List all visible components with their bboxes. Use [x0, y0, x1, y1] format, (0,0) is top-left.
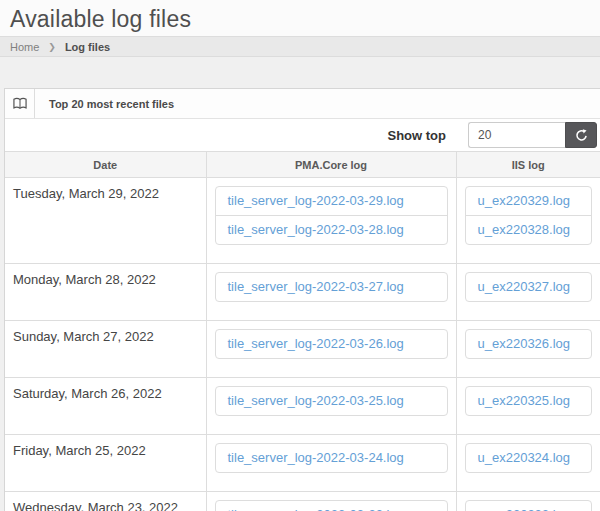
- iis-log-list: u_ex220329.logu_ex220328.log: [465, 186, 593, 245]
- refresh-icon: [575, 129, 588, 142]
- pma-core-log-cell: tile_server_log-2022-03-24.log: [206, 435, 456, 492]
- breadcrumb: Home ❯ Log files: [0, 36, 600, 57]
- breadcrumb-current: Log files: [65, 41, 110, 53]
- table-row: Sunday, March 27, 2022 tile_server_log-2…: [5, 321, 600, 378]
- log-file-link[interactable]: tile_server_log-2022-03-23.log: [216, 501, 447, 511]
- column-header-iis-log: IIS log: [456, 152, 600, 178]
- panel-icon-cell: [5, 89, 35, 118]
- log-file-link[interactable]: u_ex220328.log: [466, 215, 592, 244]
- pma-core-log-list: tile_server_log-2022-03-26.log: [215, 329, 448, 359]
- show-top-input-group: [468, 122, 597, 148]
- log-file-link[interactable]: u_ex220326.log: [466, 330, 592, 358]
- pma-core-log-list: tile_server_log-2022-03-23.log: [215, 500, 448, 511]
- pma-core-log-list: tile_server_log-2022-03-24.log: [215, 443, 448, 473]
- iis-log-list: u_ex220325.log: [465, 386, 593, 416]
- table-row: Saturday, March 26, 2022 tile_server_log…: [5, 378, 600, 435]
- log-files-table: Date PMA.Core log IIS log Tuesday, March…: [5, 151, 600, 511]
- pma-core-log-cell: tile_server_log-2022-03-23.log: [206, 492, 456, 511]
- iis-log-list: u_ex220324.log: [465, 443, 593, 473]
- pma-core-log-cell: tile_server_log-2022-03-25.log: [206, 378, 456, 435]
- pma-core-log-list: tile_server_log-2022-03-27.log: [215, 272, 448, 302]
- table-row: Monday, March 28, 2022 tile_server_log-2…: [5, 264, 600, 321]
- log-file-link[interactable]: u_ex220327.log: [466, 273, 592, 301]
- log-file-link[interactable]: tile_server_log-2022-03-29.log: [216, 187, 447, 215]
- show-top-label: Show top: [388, 128, 447, 143]
- panel-heading: Top 20 most recent files: [5, 89, 600, 119]
- date-cell: Friday, March 25, 2022: [5, 435, 206, 492]
- table-header-row: Date PMA.Core log IIS log: [5, 152, 600, 178]
- table-row: Tuesday, March 29, 2022 tile_server_log-…: [5, 178, 600, 264]
- iis-log-list: u_ex220327.log: [465, 272, 593, 302]
- log-file-link[interactable]: tile_server_log-2022-03-26.log: [216, 330, 447, 358]
- log-file-link[interactable]: u_ex220322.log: [466, 501, 592, 511]
- page-header: Available log files: [0, 0, 600, 36]
- table-row: Friday, March 25, 2022 tile_server_log-2…: [5, 435, 600, 492]
- date-cell: Monday, March 28, 2022: [5, 264, 206, 321]
- iis-log-list: u_ex220326.log: [465, 329, 593, 359]
- pma-core-log-list: tile_server_log-2022-03-25.log: [215, 386, 448, 416]
- pma-core-log-cell: tile_server_log-2022-03-29.logtile_serve…: [206, 178, 456, 264]
- date-cell: Saturday, March 26, 2022: [5, 378, 206, 435]
- iis-log-list: u_ex220322.log: [465, 500, 593, 511]
- log-file-link[interactable]: u_ex220325.log: [466, 387, 592, 415]
- date-cell: Wednesday, March 23, 2022: [5, 492, 206, 511]
- refresh-button[interactable]: [565, 122, 597, 148]
- log-file-link[interactable]: tile_server_log-2022-03-24.log: [216, 444, 447, 472]
- date-cell: Sunday, March 27, 2022: [5, 321, 206, 378]
- column-header-date: Date: [5, 152, 206, 178]
- column-header-pma-core-log: PMA.Core log: [206, 152, 456, 178]
- log-file-link[interactable]: u_ex220329.log: [466, 187, 592, 215]
- log-files-page: Available log files Home ❯ Log files Top…: [0, 0, 600, 511]
- iis-log-cell: u_ex220324.log: [456, 435, 600, 492]
- log-file-link[interactable]: tile_server_log-2022-03-25.log: [216, 387, 447, 415]
- content-area: Top 20 most recent files Show top: [0, 57, 600, 511]
- book-icon: [13, 97, 27, 110]
- date-cell: Tuesday, March 29, 2022: [5, 178, 206, 264]
- page-title: Available log files: [10, 6, 590, 33]
- panel-title: Top 20 most recent files: [35, 89, 174, 118]
- pma-core-log-cell: tile_server_log-2022-03-26.log: [206, 321, 456, 378]
- recent-files-panel: Top 20 most recent files Show top: [4, 88, 600, 511]
- breadcrumb-home-link[interactable]: Home: [10, 41, 39, 53]
- show-top-input[interactable]: [468, 122, 565, 148]
- log-file-link[interactable]: tile_server_log-2022-03-27.log: [216, 273, 447, 301]
- show-top-row: Show top: [5, 119, 600, 151]
- iis-log-cell: u_ex220326.log: [456, 321, 600, 378]
- iis-log-cell: u_ex220327.log: [456, 264, 600, 321]
- table-row: Wednesday, March 23, 2022 tile_server_lo…: [5, 492, 600, 511]
- iis-log-cell: u_ex220322.log: [456, 492, 600, 511]
- iis-log-cell: u_ex220329.logu_ex220328.log: [456, 178, 600, 264]
- chevron-right-icon: ❯: [48, 42, 56, 52]
- pma-core-log-list: tile_server_log-2022-03-29.logtile_serve…: [215, 186, 448, 245]
- iis-log-cell: u_ex220325.log: [456, 378, 600, 435]
- log-file-link[interactable]: u_ex220324.log: [466, 444, 592, 472]
- log-file-link[interactable]: tile_server_log-2022-03-28.log: [216, 215, 447, 244]
- pma-core-log-cell: tile_server_log-2022-03-27.log: [206, 264, 456, 321]
